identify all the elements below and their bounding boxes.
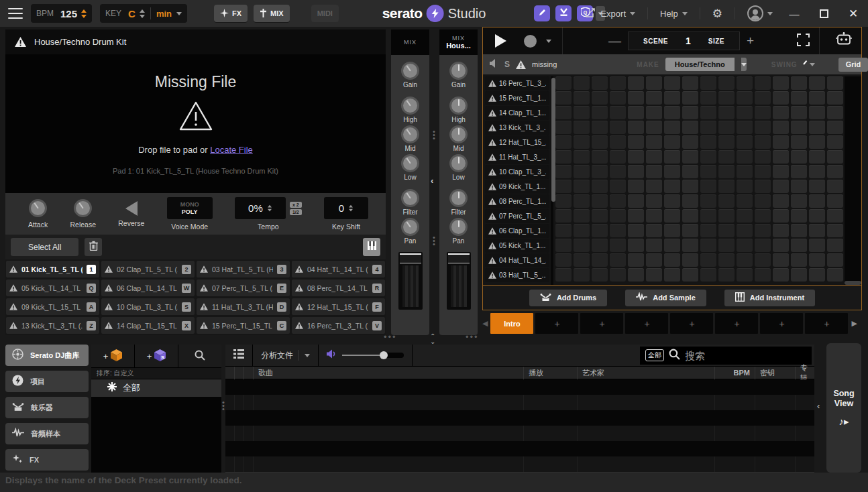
step-cell[interactable] (574, 209, 590, 223)
step-cell[interactable] (700, 165, 716, 178)
step-cell[interactable] (646, 194, 662, 208)
library-sidebar-projects[interactable]: 项目 (5, 371, 89, 392)
drag-handle-dots[interactable]: ••• (433, 130, 435, 140)
add-sample-button[interactable]: Add Sample (625, 290, 706, 306)
step-cell[interactable] (755, 165, 771, 178)
tempo-half-button[interactable]: 1/2 (290, 209, 302, 215)
release-knob[interactable] (74, 199, 92, 217)
step-cell[interactable] (737, 239, 753, 252)
step-cell[interactable] (682, 239, 698, 252)
step-cell[interactable] (809, 135, 825, 149)
library-row[interactable] (225, 441, 814, 456)
step-cell[interactable] (664, 180, 680, 193)
track-name-cell[interactable]: 03 Hat_TL_5_... (485, 268, 549, 282)
step-cell[interactable] (555, 224, 572, 237)
step-cell[interactable] (555, 165, 572, 178)
step-cell[interactable] (809, 224, 825, 237)
library-search[interactable]: 全部 (640, 347, 812, 365)
midi-button[interactable]: MIDI (311, 5, 339, 22)
drum-pad-X[interactable]: 14 Clap_TL_15_TL ...X (101, 317, 195, 334)
scene-size-plus[interactable]: + (740, 34, 761, 48)
step-cell[interactable] (646, 239, 662, 252)
sort-label[interactable]: 排序: 自定义 (91, 368, 221, 379)
step-cell[interactable] (773, 268, 789, 282)
volume-fader[interactable] (398, 252, 423, 310)
step-cell[interactable] (646, 106, 662, 119)
drag-handle-dots[interactable]: ••• (433, 236, 435, 246)
voice-mode-control[interactable]: MONO POLY Voice Mode (167, 197, 213, 231)
step-cell[interactable] (827, 209, 843, 223)
step-cell[interactable] (628, 165, 644, 178)
step-cell[interactable] (628, 224, 644, 237)
step-cell[interactable] (700, 268, 716, 282)
scene-tab-add-2[interactable]: + (580, 313, 623, 334)
step-cell[interactable] (718, 253, 735, 267)
step-cell[interactable] (610, 268, 626, 282)
step-cell[interactable] (700, 135, 716, 149)
scene-tab-add-6[interactable]: + (760, 313, 803, 334)
scene-tab-add-5[interactable]: + (715, 313, 758, 334)
step-cell[interactable] (682, 253, 698, 267)
step-cell[interactable] (555, 135, 572, 149)
step-cell[interactable] (718, 106, 735, 119)
step-cell[interactable] (664, 268, 680, 282)
step-cell[interactable] (700, 106, 716, 119)
track-name-cell[interactable]: 07 Perc_TL_5_... (485, 209, 549, 223)
low-knob-block[interactable]: Low (449, 154, 468, 181)
attack-knob[interactable] (29, 199, 47, 217)
step-cell[interactable] (755, 209, 771, 223)
step-cell[interactable] (773, 253, 789, 267)
track-name-cell[interactable]: 04 Hat_TL_14_... (485, 253, 549, 267)
track-name-cell[interactable]: 08 Perc_TL_1... (485, 194, 549, 208)
step-cell[interactable] (827, 239, 843, 252)
step-cell[interactable] (664, 76, 680, 90)
step-cell[interactable] (718, 121, 735, 134)
drum-pad-F[interactable]: 12 Hat_TL_15_TL (...F (292, 298, 385, 315)
step-cell[interactable] (827, 268, 843, 282)
step-cell[interactable] (755, 239, 771, 252)
crate-search-button[interactable] (178, 345, 221, 367)
scene-tab-add-1[interactable]: + (535, 313, 578, 334)
step-cell[interactable] (628, 91, 644, 105)
step-cell[interactable] (610, 121, 626, 134)
search-input[interactable] (685, 350, 785, 361)
step-cell[interactable] (592, 150, 608, 164)
column-header-blank[interactable] (244, 367, 254, 379)
add-instrument-button[interactable]: Add Instrument (724, 290, 815, 306)
step-cell[interactable] (773, 150, 789, 164)
step-cell[interactable] (682, 180, 698, 193)
step-cell[interactable] (555, 268, 572, 282)
step-cell[interactable] (809, 194, 825, 208)
step-cell[interactable] (773, 224, 789, 237)
view-mode-button[interactable] (225, 345, 252, 367)
bpm-stepper[interactable] (81, 9, 87, 18)
step-cell[interactable] (646, 165, 662, 178)
step-cell[interactable] (809, 106, 825, 119)
step-cell[interactable] (592, 91, 608, 105)
maximize-button[interactable] (809, 0, 838, 27)
step-cell[interactable] (682, 209, 698, 223)
step-cell[interactable] (555, 91, 572, 105)
high-knob-block[interactable]: High (401, 97, 419, 123)
track-name-cell[interactable]: 11 Hat_TL_3_... (485, 150, 549, 164)
select-all-button[interactable]: Select All (11, 238, 78, 256)
mid-knob-block[interactable]: Mid (449, 125, 468, 152)
step-cell[interactable] (682, 150, 698, 164)
step-cell[interactable] (700, 239, 716, 252)
keyboard-mode-button[interactable] (363, 238, 380, 256)
step-cell[interactable] (646, 268, 662, 282)
step-cell[interactable] (791, 268, 807, 282)
step-cell[interactable] (791, 91, 807, 105)
drum-pad-4[interactable]: 04 Hat_TL_14_TL (...4 (292, 261, 385, 278)
drum-pad-S[interactable]: 10 Clap_TL_3_TL (...S (101, 298, 195, 315)
library-row[interactable] (225, 379, 814, 395)
step-cell[interactable] (755, 121, 771, 134)
step-cell[interactable] (773, 209, 789, 223)
step-cell[interactable] (718, 239, 735, 252)
track-name-cell[interactable]: 13 Kick_TL_3_... (485, 121, 549, 135)
column-header-0[interactable]: 歌曲 (254, 367, 524, 379)
user-account-menu[interactable] (741, 5, 779, 21)
step-cell[interactable] (827, 76, 843, 90)
step-cell[interactable] (610, 150, 626, 164)
step-cell[interactable] (773, 239, 789, 252)
